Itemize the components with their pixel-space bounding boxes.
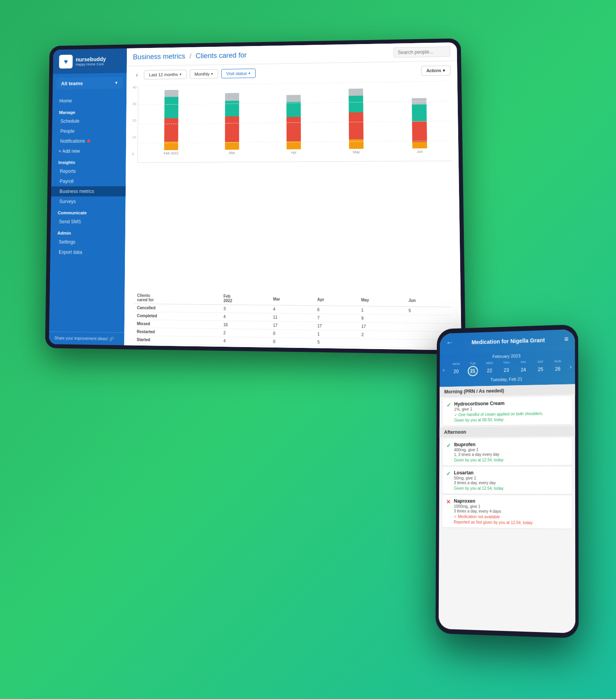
bar-feb-2022: Feb 2022 [144, 90, 199, 155]
sidebar-item-schedule[interactable]: Schedule [52, 116, 126, 126]
filter-selector[interactable]: Visit status ▾ [221, 69, 256, 78]
med-note-error2: Reported as Not given by you at 12.54, t… [454, 520, 533, 525]
actions-button[interactable]: Actions ▾ [421, 65, 451, 76]
med-dose2: 3 times a day, every day [454, 481, 503, 485]
med-name: Losartan [454, 470, 503, 476]
col-header-mar: Mar [270, 293, 314, 306]
scene: ♥ nursebuddy Happy Home Care All teams ▼… [31, 32, 585, 667]
sidebar-item-home[interactable]: Home [52, 95, 126, 106]
sidebar-section-communicate: Communicate [51, 206, 125, 217]
phone-device: ← Medication for Nigella Grant ≡ Februar… [436, 325, 579, 638]
row-completed-may: 9 [358, 314, 406, 323]
med-card-naproxen: ✕ Naproxen 1000mg, give 1 3 times a day,… [442, 495, 572, 528]
bar-label-jun: Jun [417, 150, 423, 154]
row-missed-jun [406, 323, 451, 332]
calendar-month: February 2023 [443, 352, 572, 360]
med-card-header: ✓ Hydrocortisone Cream 1%, give 1 ✓ One … [446, 399, 568, 422]
sidebar-item-reports[interactable]: Reports [52, 166, 126, 176]
med-dose: 400mg, give 1 [454, 447, 503, 452]
med-dose: 1%, give 1 [454, 406, 543, 411]
med-info: Hydrocortisone Cream 1%, give 1 ✓ One ha… [454, 400, 543, 422]
row-completed-label: Completed [134, 312, 220, 321]
row-completed-apr: 7 [314, 314, 358, 323]
row-missed-mar: 17 [270, 321, 314, 330]
med-info: Naproxen 1000mg, give 1 3 times a day, e… [454, 498, 533, 525]
y-label-40: 40 [133, 86, 137, 90]
chevron-down-icon: ▾ [180, 73, 182, 76]
chevron-down-icon: ▼ [115, 81, 119, 85]
row-restarted-feb: 2 [220, 329, 270, 338]
sidebar-section-insights: Insights [52, 156, 126, 166]
calendar-day-wed[interactable]: WED 22 [484, 361, 495, 376]
row-missed-apr: 17 [314, 322, 358, 330]
med-note-time: Given by you at 08.50, today [454, 417, 543, 422]
bar-apr: Apr [266, 91, 322, 155]
calendar-day-sat[interactable]: SAT 25 [535, 360, 545, 375]
menu-icon[interactable]: ≡ [564, 335, 568, 343]
brand-name: nursebuddy [76, 56, 106, 63]
sidebar-item-send-sms[interactable]: Send SMS [51, 217, 126, 227]
period-selector[interactable]: Last 12 months ▾ [144, 70, 186, 80]
row-missed-feb: 16 [220, 321, 270, 329]
check-icon: ✓ [446, 470, 451, 477]
calendar-next-icon[interactable]: › [570, 363, 572, 370]
chevron-down-icon: ▾ [443, 68, 445, 73]
y-label-0: 0 [132, 152, 136, 156]
granularity-selector[interactable]: Monthly ▾ [189, 69, 218, 79]
breadcrumb: Business metrics / Clients cared for [133, 51, 247, 61]
y-label-10: 10 [132, 135, 136, 139]
med-note: Given by you at 12.54, today [454, 458, 503, 462]
chart-area: 40 30 20 10 0 [125, 79, 461, 293]
bar-label-feb2022: Feb 2022 [164, 151, 178, 155]
brand-tagline: Happy Home Care [76, 62, 106, 67]
prev-button[interactable]: ‹ [133, 70, 141, 80]
calendar-day-mon[interactable]: MON 20 [451, 362, 461, 377]
sidebar-nav: Home Manage Schedule People Notification… [49, 92, 126, 332]
row-restarted-mar: 0 [270, 329, 314, 338]
data-table-container: Clientscared for Feb2022 Mar Apr May Jun… [124, 290, 461, 350]
row-started-apr: 5 [314, 338, 358, 347]
check-icon: ✓ [446, 442, 451, 449]
row-started-feb: 4 [220, 337, 270, 346]
bar-label-apr: Apr [291, 151, 297, 155]
sidebar-section-admin: Admin [50, 227, 125, 237]
search-input[interactable] [393, 46, 450, 57]
med-card-losartan: ✓ Losartan 50mg, give 1 3 times a day, e… [442, 467, 572, 494]
phone-body: Morning (PRN / As needed) ✓ Hydrocortiso… [439, 384, 576, 633]
row-cancelled-apr: 6 [314, 306, 358, 314]
team-selector[interactable]: All teams ▼ [56, 77, 123, 90]
row-started-mar: 0 [270, 338, 314, 346]
sidebar-item-notifications[interactable]: Notifications [52, 136, 126, 146]
sidebar-item-surveys[interactable]: Surveys [51, 197, 126, 207]
row-missed-label: Missed [134, 320, 220, 329]
team-selector-label: All teams [61, 80, 83, 86]
row-missed-may: 17 [358, 322, 406, 331]
row-cancelled-label: Cancelled [134, 304, 220, 313]
back-arrow-icon[interactable]: ← [446, 339, 453, 347]
phone-screen: ← Medication for Nigella Grant ≡ Februar… [439, 329, 576, 633]
row-cancelled-mar: 4 [270, 305, 314, 314]
calendar-day-thu[interactable]: THU 23 [501, 361, 512, 375]
med-card-ibuprofen: ✓ Ibuprofen 400mg, give 1 1, 3 times a d… [442, 438, 572, 466]
sidebar-item-business-metrics[interactable]: Business metrics [51, 186, 126, 197]
sidebar-item-add-new[interactable]: + Add new [52, 146, 126, 157]
calendar-day-fri[interactable]: FRI 24 [518, 360, 528, 375]
row-restarted-may: 2 [358, 330, 406, 339]
bar-mar: Mar [205, 93, 260, 155]
sidebar-item-settings[interactable]: Settings [50, 237, 125, 247]
sidebar-item-payroll[interactable]: Payroll [51, 176, 126, 186]
sidebar-item-export-data[interactable]: Export data [50, 247, 125, 258]
row-completed-mar: 11 [270, 313, 314, 322]
med-card-hydrocortisone: ✓ Hydrocortisone Cream 1%, give 1 ✓ One … [443, 396, 572, 426]
med-dose: 1000mg, give 1 [454, 504, 533, 509]
row-started-label: Started [134, 336, 220, 345]
sidebar-footer[interactable]: Share your improvement ideas! 🔗 [49, 331, 124, 345]
main-content: Business metrics / Clients cared for ‹ L… [124, 42, 461, 350]
data-table: Clientscared for Feb2022 Mar Apr May Jun… [134, 292, 451, 348]
calendar-day-tue[interactable]: TUE 21 [468, 362, 478, 376]
calendar-day-sun[interactable]: SUN 26 [553, 359, 563, 374]
sidebar-item-people[interactable]: People [52, 126, 126, 136]
calendar-prev-icon[interactable]: ‹ [443, 367, 445, 373]
calendar-date-label: Tuesday, Feb 21 [443, 375, 572, 383]
bar-label-may: May [353, 150, 360, 154]
